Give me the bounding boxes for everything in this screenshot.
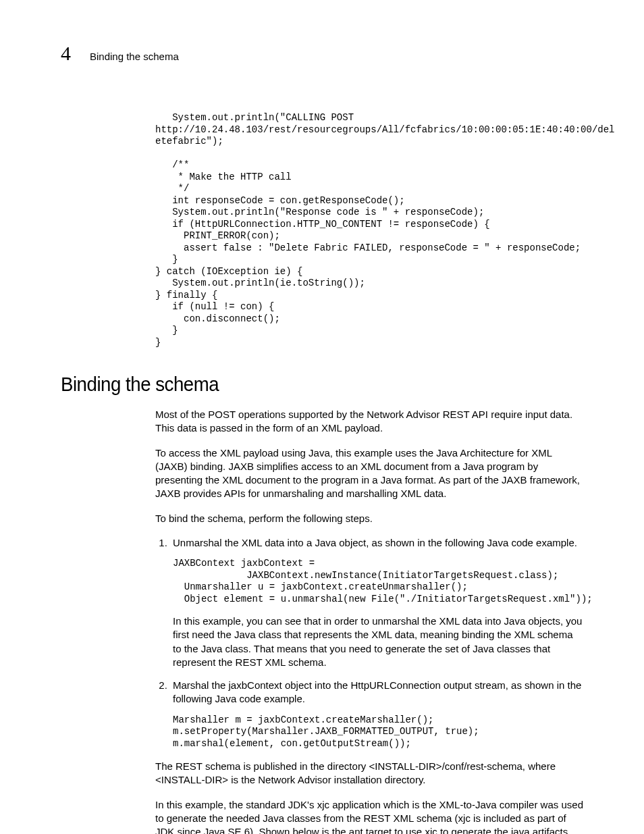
- section-heading: Binding the schema: [61, 373, 541, 396]
- paragraph: To access the XML payload using Java, th…: [155, 446, 583, 501]
- running-header: 4 Binding the schema: [61, 42, 583, 65]
- step-text: Marshal the jaxbContext object into the …: [173, 679, 583, 706]
- page: 4 Binding the schema System.out.println(…: [0, 0, 644, 834]
- running-title: Binding the schema: [90, 51, 179, 62]
- paragraph: Most of the POST operations supported by…: [155, 408, 583, 436]
- step-item: Marshal the jaxbContext object into the …: [170, 679, 583, 750]
- ordered-steps: Unmarshal the XML data into a Java objec…: [155, 536, 583, 750]
- step-item: Unmarshal the XML data into a Java objec…: [170, 536, 583, 669]
- chapter-number: 4: [61, 42, 71, 65]
- paragraph: The REST schema is published in the dire…: [155, 760, 583, 787]
- step-text: Unmarshal the XML data into a Java objec…: [173, 536, 583, 550]
- step-followup: In this example, you can see that in ord…: [173, 615, 583, 669]
- paragraph: In this example, the standard JDK's xjc …: [155, 798, 583, 835]
- code-block: JAXBContext jaxbContext = JAXBContext.ne…: [173, 558, 583, 605]
- code-block: Marshaller m = jaxbContext.createMarshal…: [173, 714, 583, 750]
- paragraph: To bind the schema, perform the followin…: [155, 512, 583, 525]
- code-block-top: System.out.println("CALLING POST http://…: [155, 112, 583, 348]
